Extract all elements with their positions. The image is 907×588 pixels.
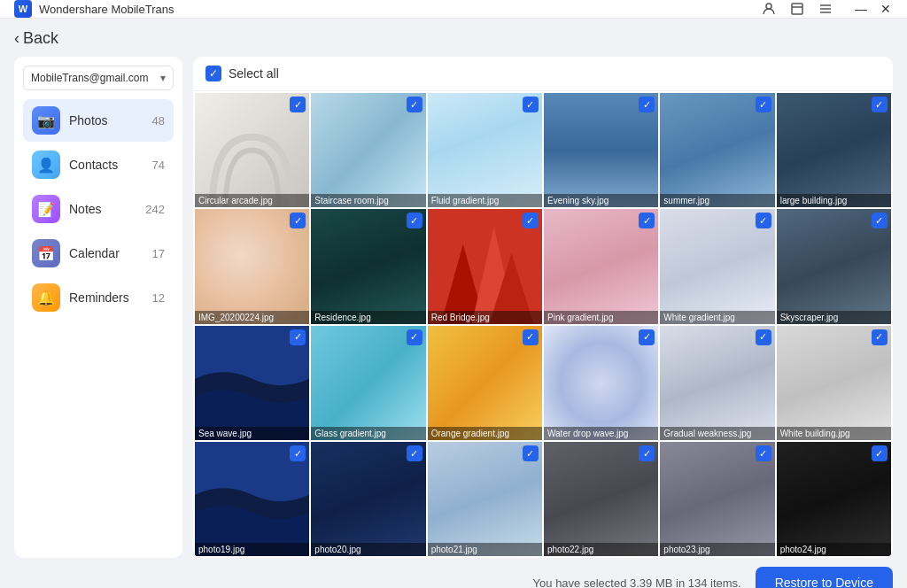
photo-item[interactable]: ✓Orange gradient.jpg [428,326,542,440]
photo-filename: IMG_20200224.jpg [195,311,309,324]
photo-filename: photo23.jpg [660,543,774,556]
photo-item[interactable]: ✓White gradient.jpg [660,209,774,323]
photo-filename: photo22.jpg [544,543,658,556]
photo-item[interactable]: ✓photo22.jpg [544,442,658,556]
photo-checkbox[interactable]: ✓ [872,445,888,461]
photo-item[interactable]: ✓White building.jpg [777,326,891,440]
photo-item[interactable]: ✓Water drop wave.jpg [544,326,658,440]
sidebar-count-reminders: 12 [152,291,165,305]
photo-checkbox[interactable]: ✓ [290,329,306,345]
photo-filename: Gradual weakness.jpg [660,427,774,440]
person-icon[interactable] [762,2,776,16]
restore-to-device-button[interactable]: Restore to Device [756,567,893,588]
photo-filename: large building.jpg [777,194,891,207]
sidebar: MobileTrans@gmail.com ▾ 📷 Photos 48 👤 Co… [14,57,182,558]
close-button[interactable]: ✕ [879,2,893,16]
photo-checkbox[interactable]: ✓ [407,97,422,112]
sidebar-count-photos: 48 [152,114,165,128]
sidebar-item-notes[interactable]: 📝 Notes 242 [23,188,174,230]
minimize-button[interactable]: — [854,2,868,16]
photo-item[interactable]: ✓Residence.jpg [311,209,425,323]
app-icon: W [14,0,32,18]
account-selector[interactable]: MobileTrans@gmail.com ▾ [23,66,174,90]
main-content: ‹ Back MobileTrans@gmail.com ▾ 📷 Photos … [0,19,907,558]
photo-checkbox[interactable]: ✓ [290,213,306,228]
select-all-checkbox[interactable]: ✓ [205,66,221,81]
photo-item[interactable]: ✓Evening sky.jpg [544,93,658,207]
titlebar: W Wondershare MobileTrans — ✕ [0,0,907,19]
photos-icon: 📷 [32,106,60,135]
sidebar-count-calendar: 17 [152,247,165,260]
sidebar-item-calendar[interactable]: 📅 Calendar 17 [23,232,174,275]
titlebar-left: W Wondershare MobileTrans [14,0,174,18]
photo-area: ✓ Select all ✓Circular arcade.jpg✓Stairc… [193,57,893,558]
back-button[interactable]: ‹ Back [14,29,58,48]
photo-item[interactable]: ✓Skyscraper.jpg [777,209,891,323]
photo-item[interactable]: ✓Fluid gradient.jpg [428,93,542,207]
photo-checkbox[interactable]: ✓ [523,97,539,112]
photo-item[interactable]: ✓summer.jpg [660,93,774,207]
photo-item[interactable]: ✓photo23.jpg [660,442,774,556]
photo-checkbox[interactable]: ✓ [639,329,655,345]
photo-filename: photo24.jpg [777,543,891,556]
photo-item[interactable]: ✓Staircase room.jpg [311,93,425,207]
photo-item[interactable]: ✓Glass gradient.jpg [311,326,425,440]
photo-checkbox[interactable]: ✓ [756,97,771,112]
window-controls: — ✕ [854,2,893,16]
photo-grid: ✓Circular arcade.jpg✓Staircase room.jpg✓… [193,91,893,558]
photo-item[interactable]: ✓Circular arcade.jpg [195,93,309,207]
back-row: ‹ Back [14,19,893,57]
sidebar-count-notes: 242 [145,203,165,216]
photo-filename: Sea wave.jpg [195,427,309,440]
photo-item[interactable]: ✓photo24.jpg [777,442,891,556]
photo-item[interactable]: ✓photo20.jpg [311,442,425,556]
photo-checkbox[interactable]: ✓ [756,445,771,461]
sidebar-item-reminders[interactable]: 🔔 Reminders 12 [23,276,174,319]
photo-filename: Glass gradient.jpg [311,427,425,440]
sidebar-label-contacts: Contacts [69,158,143,172]
photo-filename: summer.jpg [660,194,774,207]
select-all-bar: ✓ Select all [193,57,893,91]
photo-item[interactable]: ✓IMG_20200224.jpg [195,209,309,323]
photo-checkbox[interactable]: ✓ [756,329,771,345]
photo-item[interactable]: ✓photo19.jpg [195,442,309,556]
photo-item[interactable]: ✓Gradual weakness.jpg [660,326,774,440]
photo-item[interactable]: ✓Sea wave.jpg [195,326,309,440]
photo-checkbox[interactable]: ✓ [872,97,888,112]
photo-checkbox[interactable]: ✓ [872,213,888,228]
calendar-icon: 📅 [32,239,60,267]
photo-filename: Fluid gradient.jpg [428,194,542,207]
photo-checkbox[interactable]: ✓ [872,329,888,345]
photo-checkbox[interactable]: ✓ [290,445,306,461]
photo-checkbox[interactable]: ✓ [523,213,539,228]
photo-checkbox[interactable]: ✓ [639,213,655,228]
menu-icon[interactable] [818,2,833,16]
photo-checkbox[interactable]: ✓ [639,445,655,461]
sidebar-item-photos[interactable]: 📷 Photos 48 [23,99,174,142]
photo-filename: photo21.jpg [428,543,542,556]
app-title: Wondershare MobileTrans [39,3,174,16]
back-label: Back [23,29,58,48]
photo-checkbox[interactable]: ✓ [290,97,306,112]
chevron-down-icon: ▾ [160,72,166,84]
svg-point-0 [766,4,771,9]
photo-checkbox[interactable]: ✓ [756,213,771,228]
photo-item[interactable]: ✓Pink gradient.jpg [544,209,658,323]
photo-checkbox[interactable]: ✓ [407,445,422,461]
photo-checkbox[interactable]: ✓ [639,97,655,112]
sidebar-item-contacts[interactable]: 👤 Contacts 74 [23,143,174,186]
photo-checkbox[interactable]: ✓ [523,445,539,461]
photo-item[interactable]: ✓photo21.jpg [428,442,542,556]
photo-item[interactable]: ✓large building.jpg [777,93,891,207]
photo-checkbox[interactable]: ✓ [407,329,422,345]
photo-checkbox[interactable]: ✓ [407,213,422,228]
photo-filename: Pink gradient.jpg [544,311,658,324]
account-email: MobileTrans@gmail.com [31,72,148,84]
bottom-bar: You have selected 3.39 MB in 134 items. … [0,558,907,588]
photo-item[interactable]: ✓Red Bridge.jpg [428,209,542,323]
window-icon[interactable] [790,2,804,16]
photo-checkbox[interactable]: ✓ [523,329,539,345]
photo-filename: Circular arcade.jpg [195,194,309,207]
photo-filename: Evening sky.jpg [544,194,658,207]
sidebar-count-contacts: 74 [152,159,165,172]
